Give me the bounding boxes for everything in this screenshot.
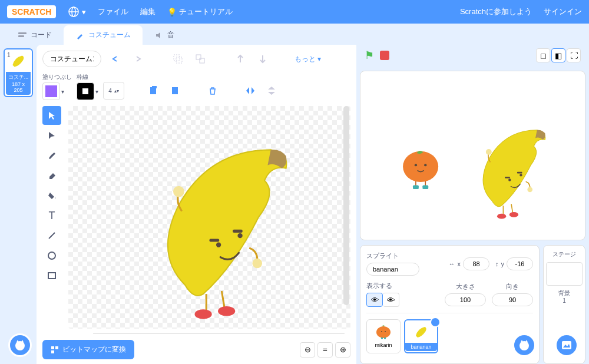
drawing-canvas[interactable] (68, 106, 350, 329)
stroke-width-input[interactable]: 4 ▴▾ (103, 82, 124, 100)
svg-point-37 (519, 174, 522, 176)
sprite-list: mikarin bananan (366, 313, 533, 353)
svg-rect-26 (55, 346, 58, 349)
costume-list: 1 コスチ... 187 x 205 (0, 45, 37, 364)
rect-tool[interactable] (42, 266, 61, 285)
chevron-down-icon: ▾ (82, 8, 86, 16)
svg-point-45 (376, 326, 391, 338)
svg-point-51 (519, 341, 529, 350)
small-stage-button[interactable]: ◻ (536, 48, 550, 62)
svg-rect-14 (48, 273, 55, 279)
add-costume-fab[interactable] (8, 333, 32, 357)
delete-button[interactable] (204, 82, 221, 99)
svg-point-43 (497, 214, 506, 219)
delete-sprite-button[interactable] (430, 317, 441, 327)
svg-rect-36 (505, 177, 510, 178)
tab-sounds[interactable]: 音 (143, 25, 186, 45)
sprite-size-input[interactable] (445, 293, 486, 306)
copy-button[interactable] (145, 82, 162, 99)
lightbulb-icon: 💡 (167, 8, 177, 16)
paste-button[interactable] (167, 82, 183, 99)
hide-sprite-button[interactable]: 👁 (383, 293, 399, 307)
costume-thumbnail[interactable]: 1 コスチ... 187 x 205 (4, 48, 33, 97)
outline-label: 枠線 (77, 73, 98, 81)
sprite-name-input[interactable] (366, 263, 419, 276)
show-sprite-button[interactable]: 👁 (366, 293, 383, 307)
add-backdrop-fab[interactable] (555, 333, 578, 357)
join-scratch-link[interactable]: Scratchに参加しよう (460, 6, 532, 17)
banana-sprite (68, 106, 350, 329)
svg-point-44 (509, 212, 518, 217)
svg-line-12 (49, 233, 55, 239)
sprite-x-input[interactable] (463, 257, 489, 270)
svg-rect-4 (18, 35, 24, 37)
forward-button[interactable] (232, 51, 249, 67)
costume-name-input[interactable] (42, 51, 101, 67)
add-sprite-fab[interactable] (512, 333, 536, 357)
bitmap-icon (51, 346, 59, 354)
sprite-label: スプライト (366, 252, 419, 260)
svg-rect-33 (413, 186, 419, 190)
svg-rect-6 (176, 57, 182, 63)
flip-horizontal-button[interactable] (242, 82, 259, 99)
svg-rect-38 (517, 172, 522, 174)
svg-rect-49 (384, 337, 386, 339)
svg-point-19 (252, 259, 262, 269)
code-icon (18, 31, 27, 40)
drawing-toolbar: T (42, 106, 64, 329)
sprite-y-input[interactable] (507, 257, 533, 270)
svg-point-46 (381, 331, 382, 332)
svg-rect-52 (562, 341, 571, 349)
line-tool[interactable] (42, 226, 61, 245)
reshape-tool[interactable] (42, 126, 61, 145)
backward-button[interactable] (254, 51, 271, 67)
costume-editor: もっと ▾ 塗りつぶし ▾ 枠線 ▾ 4 ▴▾ (37, 45, 356, 364)
signin-link[interactable]: サインイン (544, 6, 582, 17)
stop-button[interactable] (380, 51, 389, 60)
svg-rect-3 (18, 32, 27, 34)
language-menu[interactable]: ▾ (68, 6, 86, 18)
select-tool[interactable] (42, 106, 61, 125)
sprite-item-mikarin[interactable]: mikarin (366, 319, 401, 353)
zoom-in-button[interactable]: ⊕ (335, 342, 350, 358)
file-menu[interactable]: ファイル (98, 6, 128, 17)
fill-tool[interactable] (42, 186, 61, 205)
more-menu[interactable]: もっと ▾ (294, 54, 321, 64)
stage-label: ステージ (546, 250, 583, 259)
scratch-logo[interactable]: SCRATCH (7, 5, 56, 18)
zoom-reset-button[interactable]: = (317, 342, 333, 358)
group-button[interactable] (170, 51, 186, 67)
undo-button[interactable] (107, 51, 124, 67)
flip-vertical-button[interactable] (263, 82, 280, 99)
large-stage-button[interactable]: ◧ (551, 48, 565, 62)
backdrop-thumbnail[interactable] (546, 262, 583, 286)
svg-point-40 (486, 149, 492, 155)
zoom-out-button[interactable]: ⊖ (300, 342, 315, 358)
redo-button[interactable] (130, 51, 146, 67)
convert-bitmap-button[interactable]: ビットマップに変換 (42, 340, 134, 359)
sprite-direction-input[interactable] (492, 293, 533, 306)
vertical-scrollbar[interactable] (343, 106, 349, 305)
horizontal-scrollbar[interactable] (93, 333, 345, 334)
ungroup-button[interactable] (192, 51, 209, 67)
eraser-tool[interactable] (42, 166, 61, 185)
editor-tabs: コード コスチューム 音 (0, 24, 589, 45)
fill-color-picker[interactable] (42, 82, 60, 100)
circle-tool[interactable] (42, 246, 61, 265)
tab-costumes[interactable]: コスチューム (64, 25, 143, 45)
svg-rect-5 (174, 55, 180, 61)
sprite-item-bananan[interactable]: bananan (404, 319, 438, 353)
fullscreen-button[interactable]: ⛶ (567, 48, 581, 62)
svg-point-20 (173, 186, 184, 197)
tab-code[interactable]: コード (6, 25, 64, 45)
size-label: 大きさ (445, 282, 486, 291)
text-tool[interactable]: T (42, 206, 61, 225)
stage-view[interactable] (360, 71, 585, 240)
green-flag-button[interactable]: ⚑ (365, 49, 374, 62)
svg-point-39 (527, 187, 532, 192)
brush-icon (75, 31, 85, 40)
outline-color-picker[interactable] (77, 82, 94, 100)
tutorials-button[interactable]: 💡 チュートリアル (167, 6, 233, 17)
brush-tool[interactable] (42, 146, 61, 165)
edit-menu[interactable]: 編集 (140, 6, 155, 17)
